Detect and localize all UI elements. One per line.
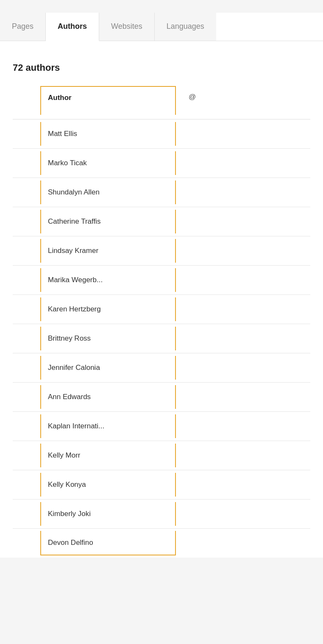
author-at: [176, 214, 310, 229]
tab-pages[interactable]: Pages: [0, 13, 46, 41]
author-name[interactable]: Kimberly Joki: [40, 502, 176, 526]
table-row[interactable]: Devon Delfino: [13, 529, 310, 558]
author-name[interactable]: Shundalyn Allen: [40, 180, 176, 204]
table-row[interactable]: Lindsay Kramer: [13, 236, 310, 266]
row-spacer: [13, 383, 40, 411]
row-spacer: [13, 295, 40, 324]
author-at: [176, 126, 310, 142]
tab-languages[interactable]: Languages: [155, 13, 216, 41]
spacer-header: [13, 86, 40, 115]
table-rows: Matt EllisMarko TicakShundalyn AllenCath…: [13, 119, 310, 558]
author-name[interactable]: Kelly Konya: [40, 473, 176, 497]
row-spacer: [13, 236, 40, 265]
page-container: Pages Authors Websites Languages 72 auth…: [0, 0, 323, 644]
table-row[interactable]: Jennifer Calonia: [13, 353, 310, 383]
author-at: [176, 419, 310, 434]
author-at: [176, 243, 310, 258]
content-area: 72 authors Author @ Matt EllisMarko Tica…: [0, 41, 323, 558]
author-at: [176, 272, 310, 288]
author-name[interactable]: Ann Edwards: [40, 385, 176, 409]
row-spacer: [13, 324, 40, 353]
authors-count: 72 authors: [13, 54, 310, 86]
author-at: [176, 155, 310, 171]
author-name[interactable]: Devon Delfino: [40, 531, 176, 555]
author-at: [176, 389, 310, 405]
author-at: [176, 477, 310, 492]
tab-authors[interactable]: Authors: [46, 13, 99, 41]
authors-table: Author @ Matt EllisMarko TicakShundalyn …: [13, 86, 310, 558]
table-row[interactable]: Ann Edwards: [13, 383, 310, 412]
row-spacer: [13, 500, 40, 528]
author-name[interactable]: Kaplan Internati...: [40, 414, 176, 438]
table-row[interactable]: Karen Hertzberg: [13, 295, 310, 324]
table-row[interactable]: Kimberly Joki: [13, 500, 310, 529]
table-row[interactable]: Matt Ellis: [13, 119, 310, 149]
tab-websites[interactable]: Websites: [99, 13, 155, 41]
author-name[interactable]: Karen Hertzberg: [40, 297, 176, 321]
author-name[interactable]: Jennifer Calonia: [40, 356, 176, 380]
author-name[interactable]: Kelly Morr: [40, 444, 176, 467]
tabs-bar: Pages Authors Websites Languages: [0, 13, 323, 41]
row-spacer: [13, 529, 40, 558]
table-row[interactable]: Shundalyn Allen: [13, 178, 310, 207]
author-name[interactable]: Lindsay Kramer: [40, 239, 176, 263]
row-spacer: [13, 470, 40, 499]
author-name[interactable]: Marko Ticak: [40, 151, 176, 175]
column-header-author: Author: [40, 86, 176, 115]
row-spacer: [13, 412, 40, 441]
author-at: [176, 302, 310, 317]
table-row[interactable]: Catherine Traffis: [13, 207, 310, 236]
author-at: [176, 506, 310, 522]
author-at: [176, 331, 310, 346]
author-name[interactable]: Marika Wegerb...: [40, 268, 176, 292]
author-name[interactable]: Catherine Traffis: [40, 210, 176, 233]
table-row[interactable]: Brittney Ross: [13, 324, 310, 353]
table-row[interactable]: Kelly Morr: [13, 441, 310, 470]
row-spacer: [13, 266, 40, 294]
row-spacer: [13, 207, 40, 236]
author-name[interactable]: Matt Ellis: [40, 122, 176, 146]
author-at: [176, 360, 310, 375]
row-spacer: [13, 178, 40, 207]
row-spacer: [13, 441, 40, 470]
table-header: Author @: [13, 86, 310, 119]
table-row[interactable]: Kaplan Internati...: [13, 412, 310, 441]
table-row[interactable]: Kelly Konya: [13, 470, 310, 500]
column-header-at: @: [176, 86, 310, 115]
author-at: [176, 448, 310, 463]
author-name[interactable]: Brittney Ross: [40, 327, 176, 350]
author-at: [176, 185, 310, 200]
table-row[interactable]: Marika Wegerb...: [13, 266, 310, 295]
row-spacer: [13, 353, 40, 382]
author-at: [176, 536, 310, 551]
row-spacer: [13, 119, 40, 148]
table-row[interactable]: Marko Ticak: [13, 149, 310, 178]
row-spacer: [13, 149, 40, 178]
